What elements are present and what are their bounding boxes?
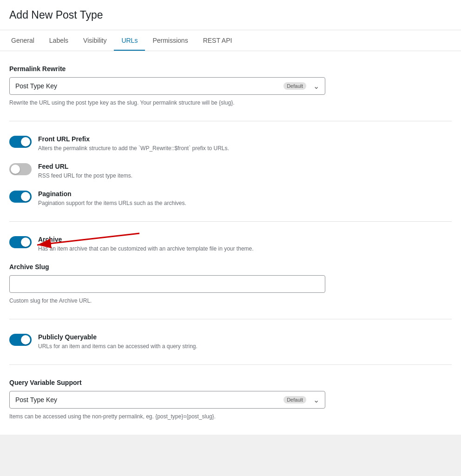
query-variable-support-dropdown-wrapper: Post Type Key Default ⌄ bbox=[9, 391, 325, 409]
pagination-toggle[interactable] bbox=[9, 191, 32, 203]
permalink-rewrite-section: Permalink Rewrite Post Type Key Default … bbox=[9, 65, 452, 107]
publicly-queryable-row: Publicly Queryable URLs for an item and … bbox=[9, 333, 452, 350]
query-variable-support-dropdown[interactable]: Post Type Key Default ⌄ bbox=[9, 391, 325, 409]
tab-permissions[interactable]: Permissions bbox=[145, 30, 195, 51]
publicly-queryable-toggle[interactable] bbox=[9, 334, 32, 346]
feed-url-toggle[interactable] bbox=[9, 163, 32, 175]
pagination-title: Pagination bbox=[38, 190, 452, 198]
divider-1 bbox=[9, 121, 452, 121]
pagination-desc: Pagination support for the items URLs su… bbox=[38, 199, 452, 207]
archive-info: Archive Has an item archive that can be … bbox=[38, 236, 452, 253]
query-variable-support-description: Items can be accessed using the non-pret… bbox=[9, 412, 452, 421]
chevron-down-icon: ⌄ bbox=[313, 81, 319, 90]
archive-row: Archive Has an item archive that can be … bbox=[9, 236, 452, 253]
main-content: Permalink Rewrite Post Type Key Default … bbox=[0, 51, 461, 435]
permalink-rewrite-dropdown-wrapper: Post Type Key Default ⌄ bbox=[9, 77, 325, 95]
archive-slug-section: Archive Slug Custom slug for the Archive… bbox=[9, 263, 452, 305]
archive-slug-description: Custom slug for the Archive URL. bbox=[9, 297, 452, 305]
front-url-prefix-toggle[interactable] bbox=[9, 136, 32, 148]
divider-2 bbox=[9, 221, 452, 222]
permalink-rewrite-badge: Default bbox=[283, 82, 306, 90]
tab-rest-api[interactable]: REST API bbox=[196, 30, 240, 51]
tab-general[interactable]: General bbox=[9, 30, 42, 51]
archive-toggle[interactable] bbox=[9, 236, 32, 248]
front-url-prefix-row: Front URL Prefix Alters the permalink st… bbox=[9, 135, 452, 152]
feed-url-info: Feed URL RSS feed URL for the post type … bbox=[38, 163, 452, 180]
front-url-prefix-title: Front URL Prefix bbox=[38, 135, 452, 143]
query-variable-support-section: Query Variable Support Post Type Key Def… bbox=[9, 379, 452, 421]
permalink-rewrite-description: Rewrite the URL using the post type key … bbox=[9, 99, 452, 107]
feed-url-row: Feed URL RSS feed URL for the post type … bbox=[9, 163, 452, 180]
query-variable-support-label: Query Variable Support bbox=[9, 379, 452, 386]
front-url-prefix-info: Front URL Prefix Alters the permalink st… bbox=[38, 135, 452, 152]
pagination-info: Pagination Pagination support for the it… bbox=[38, 190, 452, 207]
feed-url-desc: RSS feed URL for the post type items. bbox=[38, 172, 452, 180]
archive-slug-input[interactable] bbox=[9, 275, 325, 293]
permalink-rewrite-label: Permalink Rewrite bbox=[9, 65, 452, 73]
archive-desc: Has an item archive that can be customiz… bbox=[38, 245, 452, 253]
permalink-rewrite-dropdown[interactable]: Post Type Key Default ⌄ bbox=[9, 77, 325, 95]
page-title: Add New Post Type bbox=[9, 8, 452, 22]
tab-urls[interactable]: URLs bbox=[114, 30, 145, 51]
pagination-row: Pagination Pagination support for the it… bbox=[9, 190, 452, 207]
tab-labels[interactable]: Labels bbox=[42, 30, 76, 51]
permalink-rewrite-dropdown-value: Post Type Key bbox=[15, 82, 57, 90]
archive-slug-label: Archive Slug bbox=[9, 263, 452, 271]
front-url-prefix-desc: Alters the permalink structure to add th… bbox=[38, 144, 452, 152]
archive-title: Archive bbox=[38, 236, 452, 243]
feed-url-title: Feed URL bbox=[38, 163, 452, 170]
publicly-queryable-info: Publicly Queryable URLs for an item and … bbox=[38, 333, 452, 350]
query-variable-support-dropdown-value: Post Type Key bbox=[15, 396, 57, 403]
chevron-down-icon-2: ⌄ bbox=[313, 395, 319, 404]
publicly-queryable-title: Publicly Queryable bbox=[38, 333, 452, 341]
publicly-queryable-desc: URLs for an item and items can be access… bbox=[38, 342, 452, 350]
divider-4 bbox=[9, 364, 452, 365]
query-variable-support-badge: Default bbox=[283, 396, 306, 403]
tab-visibility[interactable]: Visibility bbox=[76, 30, 114, 51]
divider-3 bbox=[9, 319, 452, 319]
tabs-bar: General Labels Visibility URLs Permissio… bbox=[0, 30, 461, 51]
